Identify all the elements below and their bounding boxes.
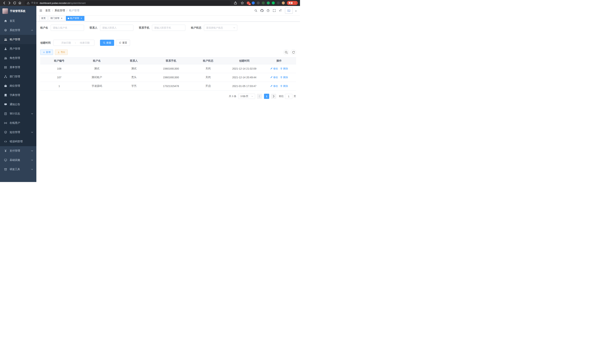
sidebar-item-dict[interactable]: 字典管理 (0, 91, 36, 100)
edit-link[interactable]: 修改 (270, 67, 278, 70)
table-toolbar: 新增 导出 (40, 49, 296, 55)
goto-page-input[interactable] (285, 94, 292, 99)
cell-actions: 修改删除 (262, 82, 296, 91)
avatar-caret-down-icon[interactable] (294, 10, 297, 14)
browser-back-button[interactable] (2, 0, 7, 5)
share-icon[interactable] (233, 0, 238, 5)
edit-link[interactable]: 修改 (270, 84, 278, 88)
delete-link[interactable]: 删除 (280, 76, 288, 79)
phone-label: 联系手机 (139, 26, 149, 29)
sidebar-item-label: 通知公告 (10, 103, 20, 106)
breadcrumb-system[interactable]: 系统管理 (55, 9, 65, 12)
chevron-down-icon (31, 159, 33, 161)
col-phone: 联系手机 (152, 57, 190, 64)
close-icon[interactable] (80, 17, 83, 20)
font-size-icon[interactable] (279, 9, 282, 12)
reset-button[interactable]: 重置 (116, 40, 130, 46)
sidebar-item-system[interactable]: 系统管理 (0, 26, 36, 35)
user-avatar[interactable] (285, 7, 293, 14)
tab-tenant[interactable]: 租户管理 (66, 16, 84, 21)
sidebar-item-label: 字典管理 (10, 93, 20, 97)
chevron-down-icon (31, 168, 33, 171)
tenant-name-input[interactable] (51, 25, 84, 31)
fullscreen-icon[interactable] (273, 9, 276, 12)
chevron-down-icon (31, 131, 33, 134)
sidebar-item-notice[interactable]: 通知公告 (0, 100, 36, 109)
prev-page-button[interactable] (257, 94, 262, 99)
extension-blue[interactable] (252, 1, 255, 4)
browser-forward-button[interactable] (7, 0, 12, 5)
sidebar-item-dev-tools[interactable]: 研发工具 (0, 165, 36, 174)
sidebar-item-sms[interactable]: 短信管理 (0, 128, 36, 137)
next-page-button[interactable] (271, 94, 276, 99)
add-button[interactable]: 新增 (40, 49, 53, 55)
phone-input[interactable] (152, 25, 185, 31)
extension-wechat-green[interactable] (272, 1, 275, 4)
sidebar-item-pay[interactable]: 支付管理 (0, 146, 36, 156)
sidebar-item-home[interactable]: 首页 (0, 16, 36, 26)
extension-red[interactable]: 10 (247, 1, 250, 4)
export-button[interactable]: 导出 (55, 49, 68, 55)
sidebar-item-audit-log[interactable]: 审计日志 (0, 109, 36, 118)
sidebar-item-label: 支付管理 (10, 149, 20, 152)
start-date-placeholder[interactable]: 开始日期 (58, 41, 74, 45)
sidebar-item-error-code[interactable]: 错误码管理 (0, 137, 36, 146)
contact-input[interactable] (100, 25, 133, 31)
breadcrumb-home[interactable]: 首页 (45, 9, 50, 12)
extension-green-dot[interactable] (267, 1, 270, 4)
page-1-button[interactable]: 1 (264, 94, 269, 99)
refresh-icon (119, 42, 121, 44)
extension-dark-gray[interactable] (277, 1, 280, 4)
breadcrumb-separator: / (67, 9, 67, 12)
search-button[interactable]: 搜索 (100, 40, 114, 46)
cell-actions: 修改删除 (262, 64, 296, 73)
status-select[interactable]: 请选择租户状态 (204, 25, 237, 31)
sidebar-item-menu[interactable]: 菜单管理 (0, 63, 36, 72)
sidebar-item-label: 在线用户 (10, 121, 20, 125)
sidebar-item-tenant[interactable]: 租户管理 (0, 35, 36, 44)
toggle-search-button[interactable] (283, 49, 289, 55)
cell-created: 2021-12-14 21:02:09 (226, 64, 262, 73)
close-icon[interactable] (60, 17, 63, 20)
sidebar-toggle-button[interactable] (36, 9, 45, 12)
header-search-icon[interactable] (254, 9, 257, 12)
col-actions: 操作 (262, 57, 296, 64)
tab-dept[interactable]: 部门管理 (49, 16, 65, 21)
sidebar-item-infra[interactable]: 基础设施 (0, 156, 36, 165)
cell-tenant-name: 测试 (78, 64, 115, 73)
sidebar-item-user[interactable]: 用户管理 (0, 44, 36, 53)
extension-tan[interactable] (282, 1, 285, 4)
github-icon[interactable] (261, 9, 263, 12)
browser-home-button[interactable] (18, 0, 22, 5)
col-tenant-id: 租户编号 (40, 57, 78, 64)
date-range-picker[interactable]: 开始日期 - 结束日期 (53, 40, 94, 46)
sidebar-item-online-user[interactable]: 在线用户 (0, 118, 36, 128)
log-icon (4, 112, 7, 115)
bookmark-star-icon[interactable] (240, 0, 245, 5)
help-icon[interactable] (267, 9, 270, 12)
menus-icon (4, 66, 7, 69)
breadcrumb-separator: / (52, 9, 53, 12)
cell-contact: 芋艿 (115, 82, 152, 91)
refresh-table-button[interactable] (291, 49, 296, 55)
tab-home[interactable]: 首页 (39, 16, 47, 21)
browser-reload-button[interactable] (12, 0, 17, 5)
cell-contact: 秃头 (115, 73, 152, 82)
browser-update-button[interactable]: 更新 (287, 1, 298, 5)
edit-link[interactable]: 修改 (270, 76, 278, 79)
app-logo[interactable]: 芋道管理系统 (0, 6, 36, 16)
sidebar-item-dept[interactable]: 部门管理 (0, 72, 36, 81)
delete-link[interactable]: 删除 (280, 67, 288, 70)
end-date-placeholder[interactable]: 结束日期 (77, 41, 93, 45)
sidebar-item-role[interactable]: 角色管理 (0, 53, 36, 63)
delete-link[interactable]: 删除 (280, 84, 288, 88)
page-size-select[interactable]: 10条/页 (238, 94, 255, 99)
cell-status: 开启 (190, 82, 226, 91)
cell-created: 2021-01-05 17:03:47 (226, 82, 262, 91)
sidebar-item-post[interactable]: 岗位管理 (0, 81, 36, 91)
cell-created: 2021-12-14 20:49:44 (226, 73, 262, 82)
extension-dark-ring[interactable] (257, 1, 260, 4)
extension-dark-green[interactable] (262, 1, 265, 4)
browser-menu-icon[interactable] (294, 2, 296, 4)
address-bar[interactable]: 不安全 dashboard.yudao.iocoder.cn/system/te… (25, 0, 231, 5)
